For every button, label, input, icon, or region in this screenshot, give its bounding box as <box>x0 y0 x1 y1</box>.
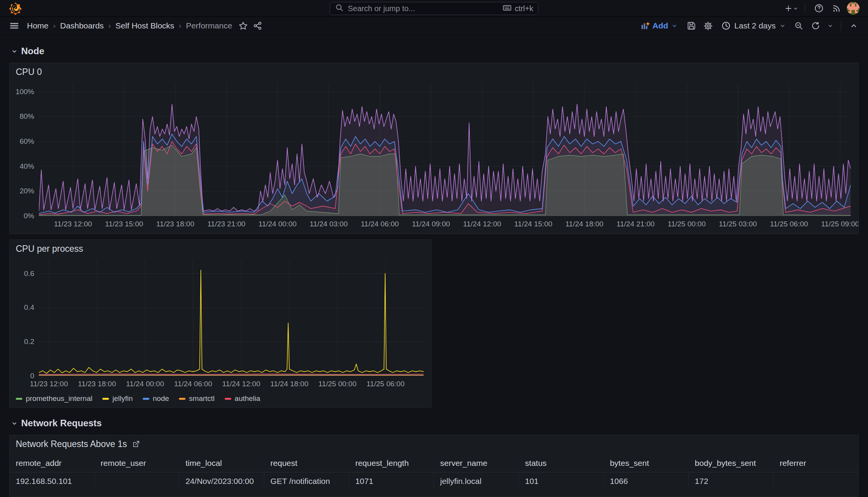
mega-menu-button[interactable] <box>7 19 22 33</box>
table-cell: 192.168.50.101 <box>10 472 95 489</box>
breadcrumb-dashboards[interactable]: Dashboards <box>60 21 103 30</box>
hamburger-icon <box>9 20 20 31</box>
column-header[interactable]: server_name <box>434 454 519 472</box>
help-button[interactable] <box>811 2 826 15</box>
external-link-icon[interactable] <box>132 439 141 449</box>
new-menu-button[interactable] <box>784 2 799 15</box>
cpu0-chart[interactable]: 0%20%40%60%80%100% 11/23 12:0011/23 15:0… <box>10 81 858 234</box>
column-header[interactable]: request <box>264 454 349 472</box>
panel-title: CPU 0 <box>16 67 42 77</box>
rss-icon <box>831 3 842 13</box>
table-cell: 24/Nov/2023:00:00 <box>179 472 264 489</box>
share-icon <box>253 21 263 31</box>
favorite-dashboard-button[interactable] <box>236 19 250 33</box>
column-header[interactable]: time_local <box>179 454 264 472</box>
refresh-icon <box>811 21 821 31</box>
dashboard-toolbar: Home › Dashboards › Self Host Blocks › P… <box>0 17 868 35</box>
x-axis-labels: 11/23 12:0011/23 18:0011/24 00:0011/24 0… <box>39 376 424 391</box>
column-header[interactable]: bytes_sent <box>604 454 689 472</box>
dashboard-settings-button[interactable] <box>701 19 716 33</box>
search-icon <box>335 3 344 14</box>
panel-network-requests: Network Requests Above 1s remote_addr re… <box>9 435 859 497</box>
table-header-row: remote_addr remote_user time_local reque… <box>10 454 858 472</box>
cpu-per-process-chart[interactable]: 00.20.40.6 11/23 12:0011/23 18:0011/24 0… <box>10 258 431 394</box>
legend-item-node[interactable]: node <box>143 394 169 403</box>
panel-header[interactable]: CPU per process <box>10 240 431 258</box>
table-cell: 1066 <box>604 472 689 489</box>
plot-area[interactable] <box>39 83 851 216</box>
search-shortcut: ctrl+k <box>502 3 533 15</box>
column-header[interactable]: referrer <box>773 454 858 472</box>
column-header[interactable]: request_length <box>349 454 434 472</box>
column-header[interactable]: body_bytes_sent <box>689 454 774 472</box>
search-input[interactable] <box>348 4 498 13</box>
network-requests-table: remote_addr remote_user time_local reque… <box>10 454 858 497</box>
legend-item-prometheus-internal[interactable]: prometheus_internal <box>16 394 92 403</box>
panel-header[interactable]: CPU 0 <box>10 63 858 81</box>
section-title: Network Requests <box>21 418 102 429</box>
news-button[interactable] <box>829 2 844 15</box>
kiosk-mode-button[interactable] <box>846 19 861 33</box>
panel-header[interactable]: Network Requests Above 1s <box>10 435 858 453</box>
chevron-down-icon <box>11 48 18 55</box>
search-shortcut-label: ctrl+k <box>515 4 533 13</box>
breadcrumb-home[interactable]: Home <box>27 21 48 30</box>
global-search[interactable]: ctrl+k <box>330 2 538 15</box>
add-panel-button[interactable]: Add <box>636 19 682 33</box>
refresh-button[interactable] <box>808 19 823 33</box>
column-header[interactable]: remote_addr <box>10 454 95 472</box>
legend-swatch <box>179 398 185 400</box>
question-circle-icon <box>814 3 824 13</box>
legend-swatch <box>102 398 109 400</box>
breadcrumb-current: Performance <box>186 21 232 30</box>
table-cell <box>95 472 180 489</box>
panel-cpu-per-process: CPU per process 00.20.40.6 11/23 12:0011… <box>9 239 432 408</box>
legend-swatch <box>16 398 22 400</box>
star-icon <box>238 21 248 31</box>
chevron-up-icon <box>849 21 858 30</box>
grafana-logo[interactable] <box>8 2 22 15</box>
column-header[interactable]: remote_user <box>95 454 180 472</box>
chevron-down-icon <box>671 22 678 29</box>
keyboard-icon <box>502 3 512 15</box>
zoom-out-icon <box>794 21 804 31</box>
clock-icon <box>721 21 731 31</box>
table-cell: GET /notification <box>264 472 349 489</box>
user-avatar[interactable] <box>847 2 860 15</box>
zoom-out-time-button[interactable] <box>791 19 806 33</box>
time-range-picker[interactable]: Last 2 days <box>718 19 789 33</box>
save-icon <box>686 21 696 31</box>
add-panel-label: Add <box>653 21 668 30</box>
legend-item-jellyfin[interactable]: jellyfin <box>102 394 133 403</box>
add-panel-icon <box>640 21 650 31</box>
table-cell: 101 <box>519 472 604 489</box>
section-title: Node <box>21 46 44 57</box>
table-cell <box>773 472 858 489</box>
legend-item-authelia[interactable]: authelia <box>225 394 260 403</box>
table-cell: 1071 <box>349 472 434 489</box>
legend-item-smartctl[interactable]: smartctl <box>179 394 215 403</box>
chevron-down-icon <box>779 22 786 29</box>
refresh-interval-dropdown[interactable] <box>825 19 835 33</box>
panel-title: Network Requests Above 1s <box>16 439 127 449</box>
panel-cpu0: CPU 0 0%20%40%60%80%100% 11/23 12:0011/2… <box>9 63 859 234</box>
chevron-down-icon <box>827 22 834 29</box>
section-header-network-requests[interactable]: Network Requests <box>11 418 859 429</box>
y-axis-labels: 0%20%40%60%80%100% <box>10 83 39 216</box>
time-range-label: Last 2 days <box>734 21 776 30</box>
save-dashboard-button[interactable] <box>684 19 699 33</box>
breadcrumb-separator: › <box>53 22 55 30</box>
breadcrumb-folder[interactable]: Self Host Blocks <box>115 21 174 30</box>
share-dashboard-button[interactable] <box>250 19 265 33</box>
panel-title: CPU per process <box>16 244 83 254</box>
breadcrumb-separator: › <box>179 22 181 30</box>
plot-area[interactable] <box>39 260 424 376</box>
legend-swatch <box>225 398 231 400</box>
chevron-down-icon <box>793 5 799 12</box>
column-header[interactable]: status <box>519 454 604 472</box>
section-header-node[interactable]: Node <box>11 46 859 57</box>
chart-legend: prometheus_internal jellyfin node smartc… <box>10 394 431 407</box>
y-axis-labels: 00.20.40.6 <box>10 260 39 376</box>
grafana-dashboard: ctrl+k <box>0 0 868 497</box>
chevron-down-icon <box>11 420 18 427</box>
